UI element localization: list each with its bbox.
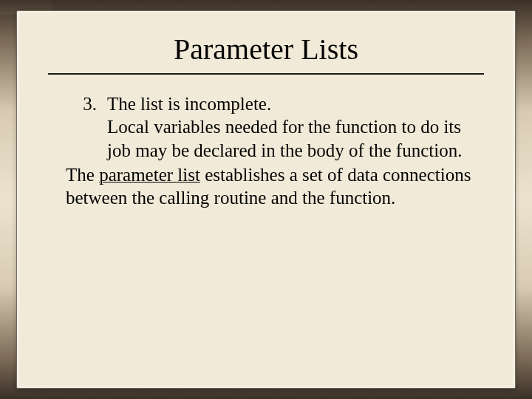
slide-title: Parameter Lists [48, 27, 484, 75]
list-text: The list is incomplete. Local variables … [107, 92, 484, 162]
paragraph-underlined: parameter list [99, 165, 200, 185]
paper-panel: Parameter Lists 3. The list is incomplet… [16, 10, 516, 389]
paragraph-pre: The [66, 165, 99, 185]
list-lead: The list is incomplete. [107, 94, 271, 114]
list-number: 3. [66, 92, 107, 162]
slide-body: 3. The list is incomplete. Local variabl… [48, 92, 484, 209]
paragraph: The parameter list establishes a set of … [66, 163, 484, 210]
list-item: 3. The list is incomplete. Local variabl… [66, 92, 484, 162]
slide: Parameter Lists 3. The list is incomplet… [0, 0, 532, 399]
list-rest: Local variables needed for the function … [107, 117, 462, 160]
